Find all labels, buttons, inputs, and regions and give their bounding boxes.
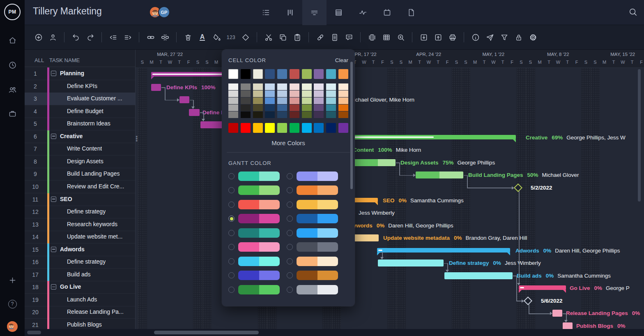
gantt-color-pill[interactable] (297, 171, 338, 181)
trash-icon[interactable] (181, 30, 195, 44)
panel-resize-handle[interactable]: ●●● (136, 136, 137, 142)
shade-swatch[interactable] (338, 90, 348, 97)
collapse-icon[interactable] (51, 134, 56, 139)
table-icon[interactable] (379, 30, 393, 44)
unlink-icon[interactable] (158, 30, 172, 44)
column-all[interactable]: ALL (34, 57, 44, 63)
collapse-icon[interactable] (51, 197, 56, 202)
shade-swatch[interactable] (326, 104, 336, 111)
search-icon[interactable] (628, 7, 637, 18)
shade-swatch[interactable] (265, 111, 275, 118)
comment-icon[interactable] (342, 30, 356, 44)
outdent-icon[interactable] (106, 30, 120, 44)
gantt-color-radio[interactable] (228, 202, 235, 208)
task-row[interactable]: 2Define KPIs (25, 80, 136, 93)
plus-icon[interactable] (0, 271, 25, 289)
copy-icon[interactable] (276, 30, 290, 44)
gantt-color-radio[interactable] (287, 244, 293, 250)
shade-swatch[interactable] (277, 97, 287, 104)
cell-color-swatch[interactable] (241, 69, 251, 79)
task-row[interactable]: 14Update website met... (25, 231, 136, 243)
gantt-color-radio[interactable] (287, 216, 293, 222)
task-bar[interactable] (378, 260, 444, 266)
shade-swatch[interactable] (290, 90, 299, 97)
indent-icon[interactable] (120, 30, 135, 44)
gantt-color-pill[interactable] (238, 228, 280, 238)
gantt-color-pill[interactable] (297, 242, 338, 252)
pm-logo[interactable]: PM (4, 4, 21, 20)
settings-icon[interactable] (526, 30, 540, 44)
shade-swatch[interactable] (253, 104, 263, 111)
cut-icon[interactable] (261, 30, 276, 44)
redo-icon[interactable] (83, 30, 97, 44)
cell-color-swatch[interactable] (290, 69, 299, 79)
shade-swatch[interactable] (228, 104, 238, 111)
avatar-group[interactable]: GP (149, 6, 170, 18)
avatar-initials[interactable]: GP (158, 6, 170, 18)
gantt-color-pill[interactable] (297, 200, 338, 209)
gantt-color-radio[interactable] (228, 230, 235, 236)
tab-gantt-view[interactable] (302, 0, 327, 25)
standard-color-swatch[interactable] (265, 123, 275, 133)
standard-color-swatch[interactable] (228, 123, 238, 133)
standard-color-swatch[interactable] (302, 123, 312, 133)
font-color-icon[interactable]: A (195, 30, 209, 44)
gantt-color-radio[interactable] (228, 216, 235, 222)
tab-doc-view[interactable] (399, 0, 423, 25)
gantt-color-pill[interactable] (297, 228, 338, 238)
shade-swatch[interactable] (241, 83, 251, 90)
shade-swatch[interactable] (338, 83, 348, 90)
clock-icon[interactable] (0, 56, 25, 74)
shade-swatch[interactable] (338, 111, 348, 118)
standard-color-swatch[interactable] (338, 123, 348, 133)
shade-swatch[interactable] (277, 104, 287, 111)
shade-swatch[interactable] (265, 97, 275, 104)
shade-swatch[interactable] (253, 111, 263, 118)
shade-swatch[interactable] (265, 83, 275, 90)
task-bar[interactable] (563, 322, 573, 329)
gantt-color-radio[interactable] (228, 187, 235, 193)
task-list-scrollbar[interactable] (27, 331, 41, 334)
shade-swatch[interactable] (338, 97, 348, 104)
cell-color-swatch[interactable] (253, 69, 263, 79)
share-icon[interactable] (483, 30, 497, 44)
task-row[interactable]: 20Release Landing Pa... (25, 306, 136, 319)
shade-swatch[interactable] (314, 97, 324, 104)
gantt-color-pill[interactable] (238, 171, 280, 181)
standard-color-swatch[interactable] (326, 123, 336, 133)
shade-swatch[interactable] (314, 104, 324, 111)
gantt-color-pill[interactable] (238, 242, 280, 252)
lock-icon[interactable] (511, 30, 526, 44)
attach-icon[interactable] (313, 30, 327, 44)
shade-swatch[interactable] (314, 90, 324, 97)
column-task-name[interactable]: TASK NAME (49, 57, 80, 63)
shade-swatch[interactable] (302, 97, 312, 104)
collapse-icon[interactable] (51, 284, 56, 290)
gantt-color-pill[interactable] (297, 214, 338, 223)
gantt-color-pill[interactable] (297, 185, 338, 195)
briefcase-icon[interactable] (0, 105, 25, 122)
shade-swatch[interactable] (314, 83, 324, 90)
gantt-color-radio[interactable] (287, 202, 293, 208)
gantt-color-radio[interactable] (228, 173, 235, 179)
tab-list-view[interactable] (254, 0, 278, 25)
shade-swatch[interactable] (277, 90, 287, 97)
cell-color-swatch[interactable] (302, 69, 312, 79)
shade-swatch[interactable] (241, 97, 251, 104)
task-row[interactable]: 5Brainstorm Ideas (25, 118, 136, 130)
fill-color-icon[interactable] (209, 30, 224, 44)
task-bar[interactable] (179, 96, 189, 103)
gantt-color-radio[interactable] (228, 258, 235, 264)
columns-icon[interactable] (365, 30, 379, 44)
gantt-color-pill[interactable] (238, 257, 280, 266)
gantt-color-pill[interactable] (297, 271, 338, 280)
shade-swatch[interactable] (241, 111, 251, 118)
summary-bar[interactable] (377, 248, 510, 253)
shade-swatch[interactable] (290, 83, 299, 90)
user-avatar[interactable] (0, 318, 25, 335)
task-row[interactable]: 9Build Landing Pages (25, 168, 136, 181)
filter-icon[interactable] (497, 30, 511, 44)
tab-board-view[interactable] (278, 0, 302, 25)
standard-color-swatch[interactable] (290, 123, 299, 133)
task-bar[interactable] (151, 84, 161, 91)
